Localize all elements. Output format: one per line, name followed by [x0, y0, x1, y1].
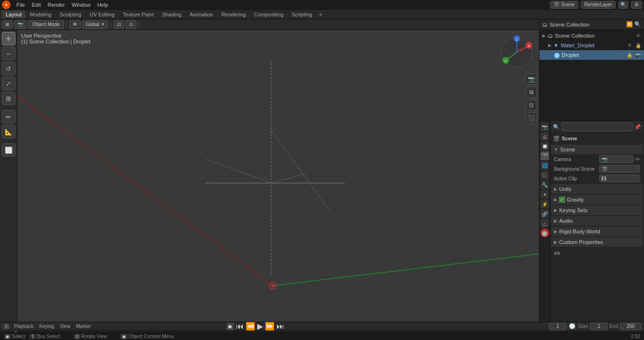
- lock-icon[interactable]: 🔒: [635, 43, 641, 48]
- search-btn[interactable]: 🔍: [618, 1, 628, 9]
- snap-btn[interactable]: ⊡: [114, 20, 124, 29]
- camera-icon-droplet[interactable]: 📷: [635, 53, 641, 58]
- output-props-icon[interactable]: 🖨: [540, 132, 549, 141]
- props-pin-icon[interactable]: 📌: [634, 124, 641, 130]
- collection-icon: 🗂: [548, 33, 553, 39]
- gravity-checkbox[interactable]: ✓: [559, 197, 565, 203]
- move-tool[interactable]: ↔: [2, 47, 15, 60]
- audio-section-header[interactable]: ▶ Audio: [551, 216, 643, 226]
- audio-label: Audio: [559, 218, 573, 224]
- outliner-filter-icon[interactable]: 🔽: [626, 21, 633, 27]
- scene-section-header[interactable]: ▼ Scene: [551, 145, 643, 154]
- add-workspace-btn[interactable]: +: [316, 11, 324, 18]
- svg-line-74: [205, 159, 271, 183]
- outliner-water-droplet[interactable]: ▶ ▼ Water_Droplet 👁 🔒: [539, 41, 644, 50]
- physics-props-icon[interactable]: ⚡: [540, 200, 549, 208]
- menu-file[interactable]: File: [13, 1, 28, 8]
- menu-window[interactable]: Window: [69, 1, 93, 8]
- tab-scripting[interactable]: Scripting: [288, 11, 316, 18]
- annotate-tool[interactable]: ✏: [2, 110, 15, 123]
- outliner-scene-collection[interactable]: ▶ 🗂 Scene Collection 👁: [539, 31, 644, 41]
- visibility-icon-3[interactable]: 👁: [618, 52, 624, 58]
- object-mode-btn[interactable]: Object Mode: [28, 20, 64, 29]
- camera-label: Camera: [554, 157, 597, 162]
- local-view-btn[interactable]: ⊙: [526, 99, 537, 111]
- timeline-header: 1 Playback Keying View Marker ⏺ ⏮ ⏪ ▶ ⏩ …: [0, 322, 644, 331]
- view-type-btn[interactable]: 📷: [14, 20, 26, 29]
- custom-props-header[interactable]: ▶ Custom Properties: [551, 237, 643, 247]
- visibility-icon[interactable]: 👁: [636, 33, 641, 39]
- tab-modeling[interactable]: Modeling: [26, 11, 55, 18]
- tab-compositing[interactable]: Compositing: [250, 11, 287, 18]
- render-props-icon[interactable]: 📷: [540, 122, 549, 131]
- constraint-props-icon[interactable]: 🔗: [540, 209, 549, 218]
- menu-help[interactable]: Help: [94, 1, 111, 8]
- active-clip-value[interactable]: 🎞: [599, 175, 640, 182]
- camera-view-btn[interactable]: 📷: [526, 73, 537, 85]
- svg-line-73: [271, 130, 330, 212]
- particles-props-icon[interactable]: ✦: [540, 190, 549, 199]
- proportional-btn[interactable]: ⊙: [126, 20, 136, 29]
- viewport-shading-btn[interactable]: 👁: [69, 20, 81, 29]
- settings-btn[interactable]: ⚙: [631, 1, 642, 9]
- props-search-input[interactable]: [562, 122, 632, 131]
- bg-scene-value[interactable]: 🎬: [599, 165, 640, 173]
- rbw-arrow: ▶: [554, 229, 557, 234]
- scene-name-display[interactable]: 🎬 Scene: [550, 1, 578, 9]
- keying-sets-header[interactable]: ▶ Keying Sets: [551, 205, 643, 215]
- svg-point-85: [502, 57, 509, 64]
- global-btn[interactable]: Global ▼: [82, 20, 108, 29]
- add-object-tool[interactable]: ⬜: [2, 143, 15, 157]
- outliner-search-icon[interactable]: 🔍: [634, 21, 641, 27]
- keying-menu[interactable]: Keying: [38, 324, 56, 329]
- rigid-body-world-header[interactable]: ▶ Rigid Body World: [551, 227, 643, 236]
- lock-icon-2[interactable]: 🔒: [627, 53, 632, 58]
- jump-end-btn[interactable]: ⏭: [276, 322, 284, 331]
- view-layer-props-icon[interactable]: 🔲: [540, 142, 549, 150]
- rotate-tool[interactable]: ↺: [2, 62, 15, 75]
- visibility-icon-2[interactable]: 👁: [627, 42, 632, 48]
- start-frame-input[interactable]: 1: [590, 323, 607, 330]
- tab-sculpting[interactable]: Sculpting: [56, 11, 85, 18]
- units-section-header[interactable]: ▶ Units: [551, 184, 643, 194]
- timeline-record-btn[interactable]: ⏺: [226, 323, 234, 330]
- menu-render[interactable]: Render: [45, 1, 68, 8]
- camera-edit-btn[interactable]: ✏: [635, 156, 640, 163]
- shift-icon: ⇧: [29, 334, 36, 339]
- end-frame-input[interactable]: 250: [620, 323, 641, 330]
- menu-edit[interactable]: Edit: [29, 1, 44, 8]
- jump-start-btn[interactable]: ⏮: [236, 322, 244, 331]
- tab-uv-editing[interactable]: UV Editing: [86, 11, 118, 18]
- play-btn[interactable]: ▶: [257, 322, 263, 331]
- world-props-icon[interactable]: 🌐: [540, 161, 549, 170]
- transform-tool[interactable]: ⊞: [2, 92, 15, 105]
- viewport-3d[interactable]: User Perspective (1) Scene Collection | …: [17, 30, 539, 322]
- measure-tool[interactable]: 📐: [2, 125, 15, 138]
- tab-animation[interactable]: Animation: [186, 11, 217, 18]
- scene-props-icon[interactable]: 🎬: [540, 151, 549, 160]
- perspective-btn[interactable]: ⧉: [526, 86, 537, 98]
- material-props-icon[interactable]: ⬤: [540, 229, 549, 237]
- render-mode-btn[interactable]: ⬛: [526, 112, 537, 124]
- next-frame-btn[interactable]: ⏩: [265, 322, 275, 331]
- navigation-gizmo[interactable]: X Y Z: [498, 33, 536, 71]
- gravity-section-header[interactable]: ▶ ✓ Gravity: [551, 195, 643, 204]
- object-data-props-icon[interactable]: △: [540, 219, 549, 228]
- tab-rendering[interactable]: Rendering: [217, 11, 250, 18]
- prev-frame-btn[interactable]: ⏪: [246, 322, 255, 331]
- viewport-menu-btn[interactable]: ⊞: [2, 20, 13, 29]
- view-menu[interactable]: View: [58, 324, 72, 329]
- cursor-tool[interactable]: ✛: [2, 32, 15, 45]
- tab-texture-paint[interactable]: Texture Paint: [119, 11, 158, 18]
- modifier-props-icon[interactable]: 🔧: [540, 180, 549, 189]
- object-props-icon[interactable]: ⬡: [540, 171, 549, 179]
- outliner-droplet[interactable]: ⬤ Droplet 👁 🔒 📷: [539, 50, 644, 60]
- tab-shading[interactable]: Shading: [158, 11, 185, 18]
- tab-layout[interactable]: Layout: [2, 11, 26, 18]
- scale-tool[interactable]: ⤢: [2, 77, 15, 90]
- marker-menu[interactable]: Marker: [75, 324, 92, 329]
- current-frame-input[interactable]: 1: [549, 323, 566, 330]
- camera-value[interactable]: 📷: [599, 155, 633, 163]
- playback-menu[interactable]: Playback: [13, 324, 35, 329]
- render-layer-display[interactable]: RenderLayer: [581, 1, 616, 9]
